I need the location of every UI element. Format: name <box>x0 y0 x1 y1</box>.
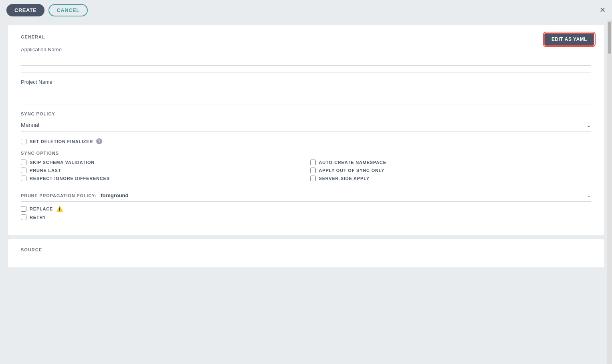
general-section-label: GENERAL <box>21 34 591 39</box>
sync-policy-value: Manual <box>21 122 39 128</box>
skip-schema-validation-label[interactable]: SKIP SCHEMA VALIDATION <box>30 160 95 165</box>
application-name-label: Application Name <box>21 47 591 53</box>
application-name-input[interactable] <box>21 54 591 66</box>
replace-checkbox[interactable] <box>21 206 26 212</box>
prune-last-label[interactable]: PRUNE LAST <box>30 168 61 173</box>
retry-label[interactable]: RETRY <box>30 215 46 220</box>
divider-2 <box>21 105 591 105</box>
create-button[interactable]: CREATE <box>6 4 44 16</box>
main-content: GENERAL EDIT AS YAML Application Name Pr… <box>0 20 612 364</box>
skip-schema-validation-row: SKIP SCHEMA VALIDATION <box>21 160 302 165</box>
prune-propagation-label: PRUNE PROPAGATION POLICY: <box>21 193 97 198</box>
divider-1 <box>21 72 591 73</box>
sync-policy-label: SYNC POLICY <box>21 111 591 116</box>
prune-propagation-row[interactable]: PRUNE PROPAGATION POLICY: foreground ⌄ <box>21 189 591 202</box>
project-name-label: Project Name <box>21 79 591 85</box>
respect-ignore-differences-label[interactable]: RESPECT IGNORE DIFFERENCES <box>30 176 110 181</box>
replace-label[interactable]: REPLACE <box>30 206 53 211</box>
sync-options-right: AUTO-CREATE NAMESPACE APPLY OUT OF SYNC … <box>310 160 592 184</box>
respect-ignore-diff-row: RESPECT IGNORE DIFFERENCES <box>21 176 302 181</box>
retry-row: RETRY <box>21 214 591 220</box>
sync-options-grid: SKIP SCHEMA VALIDATION PRUNE LAST RESPEC… <box>21 160 591 184</box>
sync-options-section: SYNC OPTIONS SKIP SCHEMA VALIDATION PRUN… <box>21 151 591 220</box>
server-side-apply-label[interactable]: SERVER-SIDE APPLY <box>319 176 370 181</box>
skip-schema-validation-checkbox[interactable] <box>21 160 26 165</box>
source-section-label: SOURCE <box>21 247 591 252</box>
auto-create-namespace-label[interactable]: AUTO-CREATE NAMESPACE <box>319 160 386 165</box>
scrollbar-track[interactable] <box>607 20 612 364</box>
retry-checkbox[interactable] <box>21 214 26 220</box>
server-side-apply-checkbox[interactable] <box>310 176 316 181</box>
prune-last-row: PRUNE LAST <box>21 168 302 173</box>
general-panel: GENERAL EDIT AS YAML Application Name Pr… <box>8 25 604 235</box>
replace-row: REPLACE ⚠️ <box>21 206 591 212</box>
sync-policy-dropdown[interactable]: Manual ⌄ <box>21 119 591 132</box>
apply-out-of-sync-only-checkbox[interactable] <box>310 168 316 173</box>
sync-options-label: SYNC OPTIONS <box>21 151 591 156</box>
scrollbar-thumb[interactable] <box>608 22 611 54</box>
top-bar: CREATE CANCEL ✕ <box>0 0 612 20</box>
project-name-input[interactable] <box>21 87 591 98</box>
set-deletion-finalizer-checkbox[interactable] <box>21 139 26 144</box>
prune-last-checkbox[interactable] <box>21 168 26 173</box>
edit-as-yaml-button[interactable]: EDIT AS YAML <box>544 33 594 46</box>
apply-out-of-sync-only-label[interactable]: APPLY OUT OF SYNC ONLY <box>319 168 385 173</box>
chevron-down-icon: ⌄ <box>586 122 591 128</box>
set-deletion-finalizer-label[interactable]: SET DELETION FINALIZER <box>30 139 93 144</box>
close-button[interactable]: ✕ <box>600 6 606 14</box>
apply-out-of-sync-row: APPLY OUT OF SYNC ONLY <box>310 168 592 173</box>
source-panel: SOURCE <box>8 239 604 267</box>
cancel-button[interactable]: CANCEL <box>48 4 87 16</box>
auto-create-namespace-checkbox[interactable] <box>310 160 316 165</box>
auto-create-namespace-row: AUTO-CREATE NAMESPACE <box>310 160 592 165</box>
warning-icon: ⚠️ <box>56 206 63 212</box>
respect-ignore-differences-checkbox[interactable] <box>21 176 26 181</box>
prune-propagation-value: foreground <box>101 192 128 198</box>
application-name-field: Application Name <box>21 47 591 66</box>
sync-policy-section: SYNC POLICY Manual ⌄ <box>21 111 591 132</box>
prune-propagation-label-group: PRUNE PROPAGATION POLICY: foreground <box>21 192 128 199</box>
info-icon[interactable]: ? <box>96 138 102 144</box>
prune-propagation-chevron-icon: ⌄ <box>586 192 591 198</box>
project-name-field: Project Name <box>21 79 591 98</box>
server-side-apply-row: SERVER-SIDE APPLY <box>310 176 592 181</box>
set-deletion-finalizer-row: SET DELETION FINALIZER ? <box>21 138 591 144</box>
sync-options-left: SKIP SCHEMA VALIDATION PRUNE LAST RESPEC… <box>21 160 302 184</box>
